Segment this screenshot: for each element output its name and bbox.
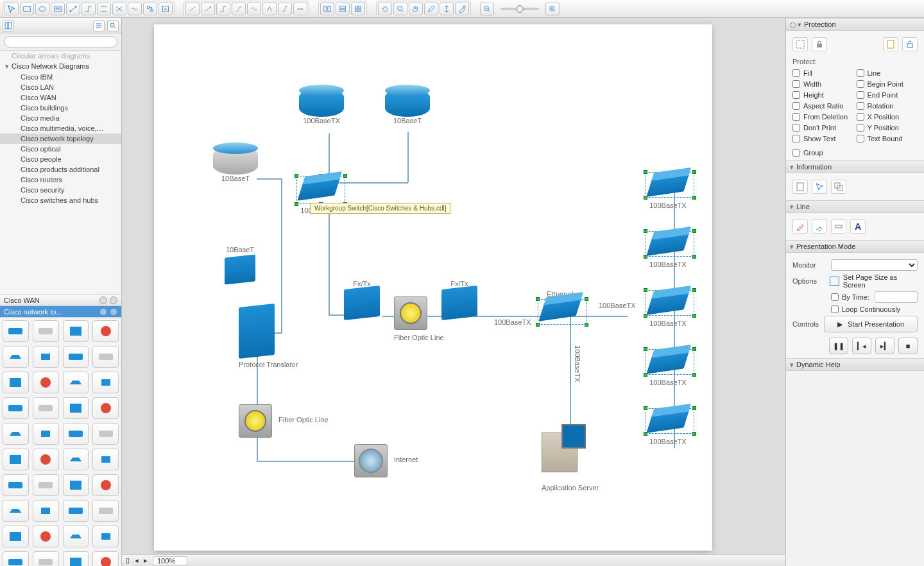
chain-switch-node[interactable]: 100BaseTX bbox=[649, 412, 687, 445]
zoom-out-button[interactable] bbox=[480, 3, 494, 15]
tree-section[interactable]: ▾Cisco Network Diagrams bbox=[0, 61, 121, 72]
align-tool-3[interactable] bbox=[351, 3, 365, 15]
tree-item[interactable]: Cisco switches and hubs bbox=[0, 195, 121, 205]
protect-checkbox[interactable]: End Point bbox=[857, 91, 918, 99]
internet-node[interactable]: Internet bbox=[354, 444, 388, 477]
line-tool-3[interactable] bbox=[216, 3, 230, 15]
panel-search-icon[interactable] bbox=[107, 20, 119, 31]
line-section-header[interactable]: ▾Line bbox=[786, 200, 924, 213]
protect-doc-icon[interactable] bbox=[883, 37, 898, 51]
tree-item[interactable]: Cisco IBM bbox=[0, 72, 121, 82]
protect-checkbox[interactable]: X Position bbox=[857, 113, 918, 121]
start-presentation-button[interactable]: ▶Start Presentation bbox=[824, 316, 918, 332]
line-tool-6[interactable] bbox=[262, 3, 277, 15]
prev-slide-button[interactable]: ▎◂ bbox=[852, 338, 871, 354]
library-tab-topology[interactable]: Cisco network to… bbox=[0, 306, 121, 318]
palette-shape[interactable] bbox=[33, 423, 59, 445]
status-next-icon[interactable]: ▸ bbox=[144, 556, 148, 565]
tree-item[interactable]: Cisco media bbox=[0, 113, 121, 123]
palette-shape[interactable] bbox=[3, 320, 29, 342]
line-tool-8[interactable] bbox=[293, 3, 307, 15]
palette-shape[interactable] bbox=[33, 449, 59, 470]
palette-shape[interactable] bbox=[33, 500, 59, 522]
by-time-input[interactable] bbox=[875, 291, 918, 303]
connector-tool-3[interactable] bbox=[97, 3, 111, 15]
tree-item[interactable]: Cisco network topology bbox=[0, 133, 121, 144]
tab-close-icon[interactable] bbox=[110, 296, 117, 304]
tree-item[interactable]: Cisco routers bbox=[0, 175, 121, 185]
protection-section-header[interactable]: ◌▾Protection bbox=[786, 18, 924, 31]
canvas-area[interactable]: 100BaseTX 10BaseT 10BaseT 10BaseT 100Bas… bbox=[122, 18, 785, 566]
zoom-tool[interactable] bbox=[393, 3, 407, 15]
palette-shape[interactable] bbox=[92, 320, 119, 342]
line-tool-2[interactable] bbox=[201, 3, 215, 15]
refresh-tool[interactable] bbox=[378, 3, 392, 15]
by-time-checkbox[interactable]: By Time: bbox=[831, 293, 869, 301]
palette-shape[interactable] bbox=[33, 320, 59, 342]
tab-pin-icon[interactable] bbox=[99, 296, 107, 304]
palette-shape[interactable] bbox=[3, 423, 29, 445]
palette-shape[interactable] bbox=[33, 372, 59, 393]
tree-item[interactable]: Cisco multimedia, voice,… bbox=[0, 123, 121, 133]
palette-shape[interactable] bbox=[3, 449, 29, 470]
edit-tool[interactable] bbox=[424, 3, 438, 15]
shape-palette[interactable] bbox=[0, 318, 121, 566]
protect-checkbox[interactable]: Don't Print bbox=[792, 124, 854, 132]
line-text-icon[interactable]: A bbox=[850, 219, 866, 234]
chain-switch-node[interactable]: 100BaseTX bbox=[649, 176, 687, 209]
www-node[interactable]: 10BaseT bbox=[385, 89, 430, 124]
tab-close-icon[interactable] bbox=[110, 308, 117, 316]
palette-shape[interactable] bbox=[63, 423, 89, 445]
info-stack-icon[interactable] bbox=[831, 180, 846, 194]
panel-list-icon[interactable] bbox=[93, 20, 105, 31]
tree-item[interactable]: Cisco products additional bbox=[0, 164, 121, 175]
connector-tool-5[interactable] bbox=[128, 3, 142, 15]
zoom-in-button[interactable] bbox=[545, 3, 560, 15]
next-slide-button[interactable]: ▸▎ bbox=[875, 338, 894, 354]
stop-button[interactable]: ■ bbox=[898, 338, 918, 354]
palette-shape[interactable] bbox=[63, 449, 89, 470]
palette-shape[interactable] bbox=[3, 372, 29, 393]
rect-tool[interactable] bbox=[20, 3, 34, 15]
line-style-icon[interactable] bbox=[831, 219, 846, 234]
palette-shape[interactable] bbox=[33, 346, 59, 368]
palette-shape[interactable] bbox=[92, 474, 119, 496]
tab-pin-icon[interactable] bbox=[99, 308, 107, 316]
chain-switch-node[interactable]: 100BaseTX bbox=[649, 294, 687, 327]
palette-shape[interactable] bbox=[63, 320, 89, 342]
panel-layout-icon[interactable] bbox=[3, 20, 14, 31]
protect-checkbox[interactable]: Line bbox=[857, 69, 918, 77]
chain-switch-node[interactable]: 100BaseTX bbox=[649, 353, 687, 386]
pause-button[interactable]: ❚❚ bbox=[829, 338, 848, 354]
line-pen-icon[interactable] bbox=[792, 219, 808, 234]
protect-checkbox[interactable]: Text Bound bbox=[857, 135, 918, 142]
palette-shape[interactable] bbox=[92, 551, 119, 566]
align-tool-1[interactable] bbox=[320, 3, 334, 15]
palette-shape[interactable] bbox=[92, 526, 119, 547]
connector-tool-1[interactable] bbox=[66, 3, 80, 15]
palette-shape[interactable] bbox=[3, 397, 29, 419]
line-tool-5[interactable] bbox=[247, 3, 261, 15]
stamp-tool[interactable] bbox=[455, 3, 469, 15]
connector-tool-2[interactable] bbox=[81, 3, 96, 15]
line-tool-4[interactable] bbox=[232, 3, 246, 15]
info-cursor-icon[interactable] bbox=[812, 180, 827, 194]
measure-tool[interactable] bbox=[440, 3, 454, 15]
ellipse-tool[interactable] bbox=[35, 3, 49, 15]
export-tool[interactable] bbox=[158, 3, 173, 15]
monitor-select[interactable] bbox=[831, 259, 918, 271]
palette-shape[interactable] bbox=[63, 526, 89, 547]
palette-shape[interactable] bbox=[63, 346, 89, 368]
protect-checkbox[interactable]: Height bbox=[792, 91, 854, 99]
palette-shape[interactable] bbox=[3, 551, 29, 566]
zoom-value[interactable]: 100% bbox=[153, 556, 187, 565]
protect-checkbox[interactable]: Width bbox=[792, 80, 854, 88]
line-tool-1[interactable] bbox=[185, 3, 200, 15]
library-search-input[interactable] bbox=[4, 36, 117, 47]
status-pager-icon[interactable]: ▯ bbox=[126, 556, 130, 565]
fxtx-node-1[interactable]: Fx/Tx bbox=[344, 280, 380, 318]
zoom-slider[interactable] bbox=[501, 8, 539, 10]
palette-shape[interactable] bbox=[33, 397, 59, 419]
palette-shape[interactable] bbox=[3, 474, 29, 496]
tree-item[interactable]: Cisco WAN bbox=[0, 92, 121, 103]
